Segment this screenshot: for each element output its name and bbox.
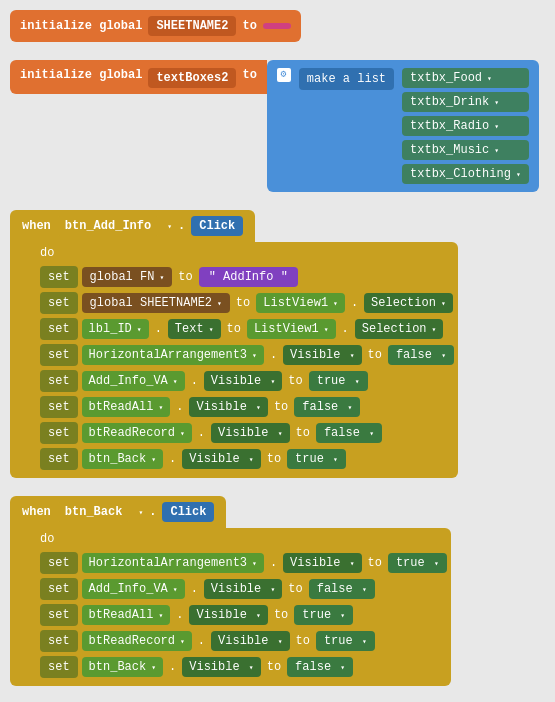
back-vis3[interactable]: Visible ▾ bbox=[189, 605, 267, 625]
listview1-tag1[interactable]: ListView1 ▾ bbox=[256, 293, 345, 313]
list-item-music[interactable]: txtbx_Music ▾ bbox=[402, 140, 529, 160]
global-sheetname2[interactable]: global SHEETNAME2 ▾ bbox=[82, 293, 230, 313]
back-btnback-tag[interactable]: btn_Back ▾ bbox=[82, 657, 163, 677]
sheetname2-value[interactable] bbox=[263, 23, 291, 29]
false-val1[interactable]: false ▾ bbox=[388, 345, 454, 365]
btn-dropdown: ▾ bbox=[167, 222, 172, 231]
back-btreadrecord-tag[interactable]: btReadRecord ▾ bbox=[82, 631, 192, 651]
btnback-tag1[interactable]: btn_Back ▾ bbox=[82, 449, 163, 469]
click-tag2[interactable]: Click bbox=[162, 502, 214, 522]
to2: to bbox=[234, 296, 252, 310]
back-false2[interactable]: false ▾ bbox=[287, 657, 353, 677]
back-vis4[interactable]: Visible ▾ bbox=[211, 631, 289, 651]
back-ha3-tag[interactable]: HorizontalArrangement3 ▾ bbox=[82, 553, 264, 573]
back-false1[interactable]: false ▾ bbox=[309, 579, 375, 599]
true-val1[interactable]: true ▾ bbox=[309, 371, 368, 391]
set-lbl-id-row: set lbl_ID ▾ . Text ▾ to ListView1 ▾ . S… bbox=[40, 318, 454, 340]
dot1: . bbox=[349, 296, 360, 310]
back-set-btreadall-row: set btReadAll ▾ . Visible ▾ to true ▾ bbox=[40, 604, 447, 626]
to6: to bbox=[272, 400, 290, 414]
visible-prop2[interactable]: Visible ▾ bbox=[204, 371, 282, 391]
when-label2: when bbox=[22, 505, 51, 519]
list-item-radio[interactable]: txtbx_Radio ▾ bbox=[402, 116, 529, 136]
dropdown-arrow3: ▾ bbox=[494, 122, 499, 131]
global-fn[interactable]: global FN ▾ bbox=[82, 267, 173, 287]
listview1-tag2[interactable]: ListView1 ▾ bbox=[247, 319, 336, 339]
back-set4: set bbox=[40, 630, 78, 652]
back-to5: to bbox=[265, 660, 283, 674]
text-prop[interactable]: Text ▾ bbox=[168, 319, 221, 339]
back-addinfova-tag[interactable]: Add_Info_VA ▾ bbox=[82, 579, 185, 599]
ha3-tag[interactable]: HorizontalArrangement3 ▾ bbox=[82, 345, 264, 365]
dot8: . bbox=[167, 452, 178, 466]
click-tag[interactable]: Click bbox=[191, 216, 243, 236]
back-vis2[interactable]: Visible ▾ bbox=[204, 579, 282, 599]
back-vis1[interactable]: Visible ▾ bbox=[283, 553, 361, 573]
list-items: txtbx_Food ▾ txtbx_Drink ▾ txtbx_Radio ▾… bbox=[402, 68, 529, 184]
to3: to bbox=[225, 322, 243, 336]
back-set1: set bbox=[40, 552, 78, 574]
to7: to bbox=[294, 426, 312, 440]
true-val2[interactable]: true ▾ bbox=[287, 449, 346, 469]
sheetname2-var[interactable]: SHEETNAME2 bbox=[148, 16, 236, 36]
selection-prop2[interactable]: Selection ▾ bbox=[355, 319, 444, 339]
back-btreadall-tag[interactable]: btReadAll ▾ bbox=[82, 605, 171, 625]
when-add-info-body: do set global FN ▾ to " AddInfo " set gl… bbox=[10, 242, 458, 478]
to-label2: to bbox=[242, 68, 256, 82]
selection-prop1[interactable]: Selection ▾ bbox=[364, 293, 453, 313]
set-ha3-row: set HorizontalArrangement3 ▾ . Visible ▾… bbox=[40, 344, 454, 366]
back-set-addinfo-row: set Add_Info_VA ▾ . Visible ▾ to false ▾ bbox=[40, 578, 447, 600]
back-dot2: . bbox=[189, 582, 200, 596]
back-true2[interactable]: true ▾ bbox=[294, 605, 353, 625]
set-btreadall-row: set btReadAll ▾ . Visible ▾ to false ▾ bbox=[40, 396, 454, 418]
back-dot4: . bbox=[196, 634, 207, 648]
dot6: . bbox=[174, 400, 185, 414]
make-list-label[interactable]: make a list bbox=[299, 68, 394, 90]
when-back-header[interactable]: when btn_Back ▾ . Click bbox=[10, 496, 226, 528]
when-add-info-wrapper: when btn_Add_Info ▾ . Click do set globa… bbox=[10, 210, 458, 478]
set-sheetname2-row: set global SHEETNAME2 ▾ to ListView1 ▾ .… bbox=[40, 292, 454, 314]
to-label: to bbox=[242, 19, 256, 33]
set-label8: set bbox=[40, 448, 78, 470]
init-sheetname2-block: initialize global SHEETNAME2 to bbox=[10, 10, 545, 42]
back-set-btnback-row: set btn_Back ▾ . Visible ▾ to false ▾ bbox=[40, 656, 447, 678]
set-label4: set bbox=[40, 344, 78, 366]
to4: to bbox=[366, 348, 384, 362]
back-dot3: . bbox=[174, 608, 185, 622]
btn-back-tag[interactable]: btn_Back bbox=[57, 502, 131, 522]
lbl-id-tag[interactable]: lbl_ID ▾ bbox=[82, 319, 149, 339]
back-to4: to bbox=[294, 634, 312, 648]
false-val2[interactable]: false ▾ bbox=[294, 397, 360, 417]
back-vis5[interactable]: Visible ▾ bbox=[182, 657, 260, 677]
btreadrecord-tag1[interactable]: btReadRecord ▾ bbox=[82, 423, 192, 443]
list-item-drink[interactable]: txtbx_Drink ▾ bbox=[402, 92, 529, 112]
addfn-value[interactable]: " AddInfo " bbox=[199, 267, 298, 287]
set-label3: set bbox=[40, 318, 78, 340]
to5: to bbox=[286, 374, 304, 388]
set-label6: set bbox=[40, 396, 78, 418]
visible-prop1[interactable]: Visible ▾ bbox=[283, 345, 361, 365]
set-addinfo-va-row: set Add_Info_VA ▾ . Visible ▾ to true ▾ bbox=[40, 370, 454, 392]
visible-prop4[interactable]: Visible ▾ bbox=[211, 423, 289, 443]
when-add-info-header[interactable]: when btn_Add_Info ▾ . Click bbox=[10, 210, 255, 242]
addinfo-va-tag[interactable]: Add_Info_VA ▾ bbox=[82, 371, 185, 391]
list-item-clothing[interactable]: txtbx_Clothing ▾ bbox=[402, 164, 529, 184]
dot2: . bbox=[153, 322, 164, 336]
back-true1[interactable]: true ▾ bbox=[388, 553, 447, 573]
btn-add-info-tag[interactable]: btn_Add_Info bbox=[57, 216, 159, 236]
when-add-info-block: when btn_Add_Info ▾ . Click do set globa… bbox=[10, 210, 545, 478]
textboxes2-var[interactable]: textBoxes2 bbox=[148, 68, 236, 88]
init-sheetname2[interactable]: initialize global SHEETNAME2 to bbox=[10, 10, 301, 42]
settings-icon: ⚙ bbox=[277, 68, 291, 82]
list-item-food[interactable]: txtbx_Food ▾ bbox=[402, 68, 529, 88]
do-label: do bbox=[40, 246, 454, 260]
set-btreadrecord-row: set btReadRecord ▾ . Visible ▾ to false … bbox=[40, 422, 454, 444]
visible-prop3[interactable]: Visible ▾ bbox=[189, 397, 267, 417]
back-to2: to bbox=[286, 582, 304, 596]
back-true3[interactable]: true ▾ bbox=[316, 631, 375, 651]
false-val3[interactable]: false ▾ bbox=[316, 423, 382, 443]
to1: to bbox=[176, 270, 194, 284]
visible-prop5[interactable]: Visible ▾ bbox=[182, 449, 260, 469]
init-textboxes2[interactable]: initialize global textBoxes2 to bbox=[10, 60, 267, 94]
btreadall-tag1[interactable]: btReadAll ▾ bbox=[82, 397, 171, 417]
